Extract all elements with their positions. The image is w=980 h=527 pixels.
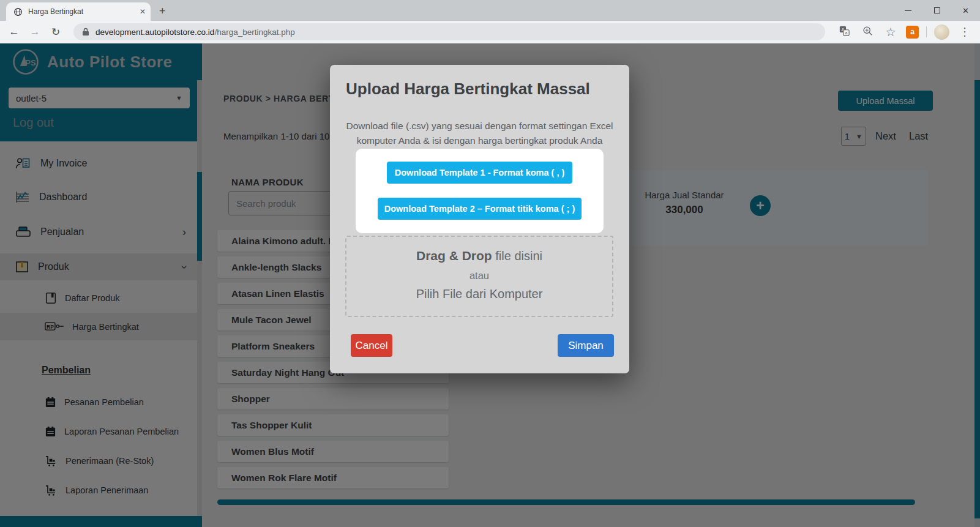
zoom-icon[interactable] — [859, 26, 875, 39]
upload-modal: Upload Harga Bertingkat Massal Download … — [330, 65, 629, 373]
minimize-icon — [905, 10, 911, 11]
window-close-button[interactable]: ✕ — [951, 0, 980, 21]
dropzone-pick-file[interactable]: Pilih File dari Komputer — [346, 287, 612, 301]
window-restore-button[interactable] — [922, 0, 951, 21]
tab-title: Harga Bertingkat — [28, 7, 134, 16]
new-tab-button[interactable]: + — [159, 5, 166, 18]
browser-toolbar: ← → ↻ development.autopilotstore.co.id/h… — [0, 21, 980, 43]
modal-title: Upload Harga Bertingkat Massal — [346, 80, 590, 99]
template-panel: Download Template 1 - Format koma ( , ) … — [356, 149, 604, 233]
padlock-icon — [82, 28, 89, 36]
url-text: development.autopilotstore.co.id/harga_b… — [95, 28, 295, 37]
cancel-button[interactable]: Cancel — [351, 334, 392, 357]
svg-text:a: a — [845, 31, 847, 35]
restore-icon — [934, 7, 940, 13]
extension-icon[interactable]: a — [906, 26, 919, 39]
reload-button[interactable]: ↻ — [49, 26, 62, 39]
browser-menu-icon[interactable]: ⋮ — [957, 25, 973, 39]
dropzone-or: atau — [346, 270, 612, 282]
window-minimize-button[interactable] — [894, 0, 922, 21]
download-template-1-button[interactable]: Download Template 1 - Format koma ( , ) — [387, 162, 572, 184]
dropzone-line1: Drag & Drop file disini — [346, 249, 612, 263]
page-content: PS Auto Pilot Store outlet-5 ▼ Log out M… — [0, 43, 980, 527]
tab-strip: Harga Bertingkat ✕ + ✕ — [0, 0, 980, 21]
tab-close-icon[interactable]: ✕ — [140, 7, 146, 16]
back-button[interactable]: ← — [7, 26, 21, 38]
browser-chrome: Harga Bertingkat ✕ + ✕ ← → ↻ development… — [0, 0, 980, 43]
simpan-button[interactable]: Simpan — [558, 334, 614, 357]
globe-favicon-icon — [13, 7, 23, 17]
toolbar-divider — [926, 26, 927, 37]
browser-tab[interactable]: Harga Bertingkat ✕ — [6, 2, 151, 21]
modal-description: Download file (.csv) yang sesuai dengan … — [330, 119, 629, 148]
download-template-2-button[interactable]: Download Template 2 – Format titik koma … — [378, 198, 582, 220]
translate-icon[interactable]: Aa — [836, 26, 852, 39]
address-bar[interactable]: development.autopilotstore.co.id/harga_b… — [73, 23, 825, 40]
file-dropzone[interactable]: Drag & Drop file disini atau Pilih File … — [345, 236, 613, 317]
bookmark-star-icon[interactable]: ☆ — [883, 25, 899, 39]
forward-button[interactable]: → — [28, 26, 42, 38]
profile-avatar[interactable] — [934, 24, 949, 40]
